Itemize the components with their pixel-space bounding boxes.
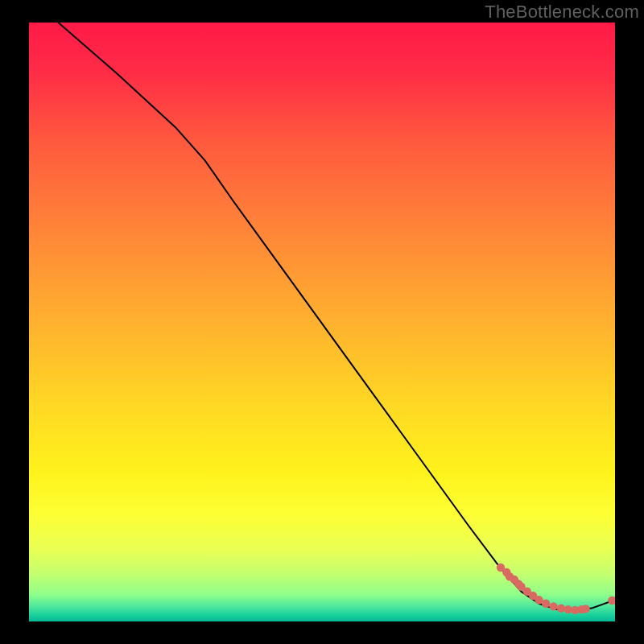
data-point [542,600,550,608]
chart-svg [29,23,615,621]
gradient-background [29,23,615,621]
data-point [581,605,589,613]
plot-area [29,23,615,621]
chart-frame: TheBottleneck.com [0,0,644,644]
data-point [557,604,565,612]
watermark-text: TheBottleneck.com [485,2,639,23]
data-point [549,602,557,610]
